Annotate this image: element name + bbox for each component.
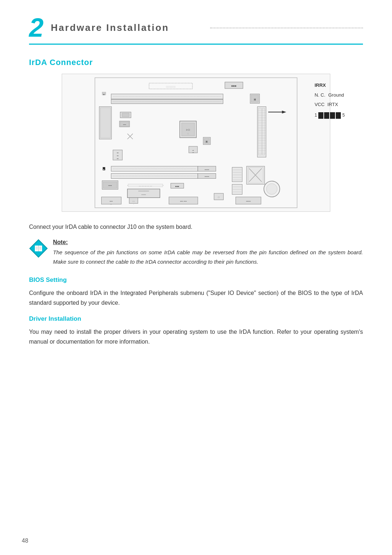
svg-text:▪▪▪▪: ▪▪▪▪ bbox=[110, 200, 113, 202]
pin-5-number: 5 bbox=[342, 112, 345, 119]
page-number: 48 bbox=[22, 538, 28, 544]
svg-text:::: :: bbox=[133, 203, 134, 205]
irtx-label: IRTX bbox=[327, 100, 338, 109]
svg-text:— — — — —: — — — — — bbox=[139, 185, 152, 187]
chapter-number: 2 bbox=[29, 15, 44, 41]
svg-text:▪▪▪▪▪▪: ▪▪▪▪▪▪ bbox=[205, 175, 209, 178]
svg-text:□: □ bbox=[187, 133, 189, 135]
svg-text:▣: ▣ bbox=[205, 140, 208, 143]
svg-text:▪▪▪▪▪▪: ▪▪▪▪▪▪ bbox=[246, 200, 251, 202]
driver-installation-text: You may need to install the proper drive… bbox=[29, 327, 363, 347]
diamond-icon bbox=[29, 239, 48, 258]
note-text: The sequence of the pin functions on som… bbox=[53, 248, 363, 266]
svg-text:▪▪▪▪ ▪▪▪▪: ▪▪▪▪ ▪▪▪▪ bbox=[180, 200, 187, 202]
svg-text:▪▪: ▪▪ bbox=[117, 154, 119, 157]
chapter-header: 2 Hardware Installation bbox=[29, 15, 363, 45]
section-title: IrDA Connector bbox=[29, 58, 363, 67]
svg-text:▣: ▣ bbox=[254, 98, 256, 101]
svg-text:□: □ bbox=[218, 196, 220, 198]
pin-labels: IRRX N. C. Ground VCC IRTX 1 5 bbox=[315, 81, 345, 119]
svg-text:■: ■ bbox=[103, 93, 105, 96]
svg-text:▪▪▪▪: ▪▪▪▪ bbox=[123, 123, 126, 126]
pin-1-number: 1 bbox=[315, 112, 317, 119]
svg-rect-34 bbox=[257, 107, 266, 157]
svg-text:■■■: ■■■ bbox=[231, 84, 237, 88]
note-title: Note: bbox=[53, 239, 363, 246]
svg-text:::::::::::::: :::::::::::: bbox=[166, 85, 175, 88]
svg-text::::::: ::::: bbox=[132, 200, 135, 202]
svg-text:═══: ═══ bbox=[141, 194, 146, 196]
vcc-label: VCC bbox=[315, 100, 324, 109]
diagram-wrapper: :::::::::::: ■■■ ■ ▣ ■■■ bbox=[47, 74, 345, 212]
chapter-title: Hardware Installation bbox=[51, 22, 204, 33]
connect-body-text: Connect your IrDA cable to connector J10… bbox=[29, 222, 363, 232]
note-box: Note: The sequence of the pin functions … bbox=[29, 239, 363, 266]
pin-block bbox=[324, 112, 329, 119]
svg-point-91 bbox=[266, 183, 277, 194]
svg-text:═══════: ═══════ bbox=[138, 190, 149, 192]
svg-marker-109 bbox=[282, 110, 286, 113]
ground-label: Ground bbox=[328, 91, 344, 99]
svg-text:■: ■ bbox=[103, 169, 105, 170]
svg-text:▪▪: ▪▪ bbox=[192, 151, 194, 154]
motherboard-diagram: :::::::::::: ■■■ ■ ▣ ■■■ bbox=[62, 74, 330, 212]
bios-setting-text: Configure the onboard IrDA in the Integr… bbox=[29, 288, 363, 308]
svg-text:▪▪▪▪▪▪: ▪▪▪▪▪▪ bbox=[205, 169, 209, 171]
svg-text:■■■: ■■■ bbox=[175, 185, 179, 187]
pin-block bbox=[336, 112, 341, 119]
irrx-label: IRRX bbox=[315, 81, 345, 89]
svg-text:▪▪: ▪▪ bbox=[117, 151, 119, 154]
svg-text:▪▪▪: ▪▪▪ bbox=[110, 203, 113, 205]
header-dots bbox=[210, 28, 363, 28]
svg-rect-15 bbox=[100, 108, 110, 138]
svg-text:▪▪▪▪: ▪▪▪▪ bbox=[108, 184, 112, 187]
board-svg: :::::::::::: ■■■ ■ ▣ ■■■ bbox=[62, 74, 330, 211]
nc-label: N. C. bbox=[315, 91, 326, 99]
svg-rect-92 bbox=[232, 167, 242, 182]
svg-text:IrO: IrO bbox=[186, 128, 190, 131]
pin-block bbox=[330, 112, 335, 119]
note-content: Note: The sequence of the pin functions … bbox=[53, 239, 363, 266]
bios-setting-title: BIOS Setting bbox=[29, 276, 363, 284]
pin-block bbox=[318, 112, 323, 119]
driver-installation-title: Driver Installation bbox=[29, 315, 363, 323]
svg-text:▪▪: ▪▪ bbox=[117, 157, 119, 160]
svg-rect-18 bbox=[122, 113, 129, 117]
note-icon bbox=[29, 239, 48, 258]
